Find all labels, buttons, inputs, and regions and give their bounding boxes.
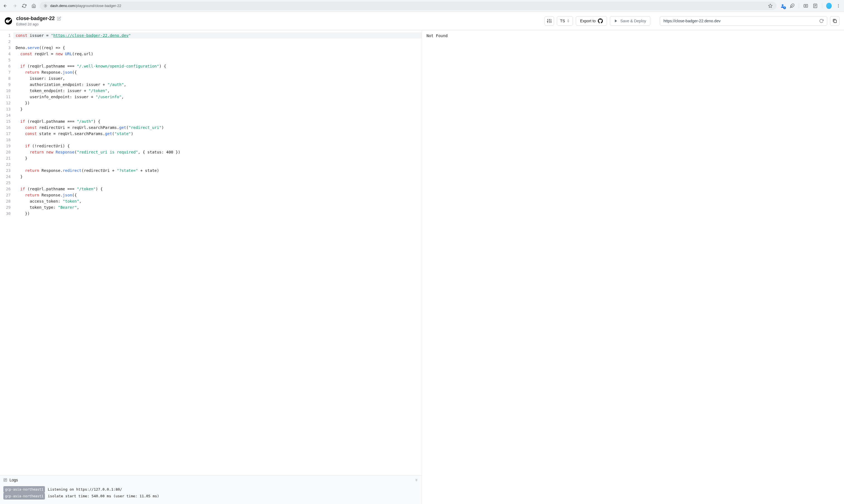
svg-point-12 xyxy=(838,5,839,6)
code-line[interactable]: Deno.serve((req) => { xyxy=(13,44,422,51)
svg-marker-1 xyxy=(768,4,772,7)
code-line[interactable] xyxy=(13,38,422,44)
chevron-updown-icon xyxy=(567,19,570,23)
home-button[interactable] xyxy=(31,3,36,8)
code-line[interactable]: return Response.redirect(redirectUri + "… xyxy=(13,167,422,174)
logs-collapse-icon[interactable] xyxy=(414,478,418,482)
site-info-icon[interactable] xyxy=(43,4,48,8)
browser-chrome: dash.deno.com/playground/close-badger-22… xyxy=(0,0,844,12)
menu-icon[interactable] xyxy=(836,3,841,8)
code-line[interactable]: } xyxy=(13,106,422,112)
profile-icon[interactable]: 6 xyxy=(780,3,785,8)
header-actions: TS Export to Save & Deploy xyxy=(544,16,650,26)
open-external-button[interactable] xyxy=(830,16,840,26)
project-edited: Edited 2d ago xyxy=(16,22,61,26)
code-line[interactable]: token_endpoint: issuer + "/token", xyxy=(13,88,422,94)
settings-button[interactable] xyxy=(544,16,554,26)
forward-button[interactable] xyxy=(12,3,17,8)
project-name: close-badger-22 xyxy=(16,16,55,21)
avatar-icon[interactable] xyxy=(826,3,832,8)
app-header: close-badger-22 Edited 2d ago TS Export … xyxy=(0,12,844,30)
preview-url-field[interactable] xyxy=(663,19,819,23)
log-message: isolate start time: 540.00 ms (user time… xyxy=(48,493,159,499)
log-region: gcp-asia-northeast1 xyxy=(3,486,45,493)
preview-content: Not Found xyxy=(427,34,448,38)
svg-point-11 xyxy=(838,4,839,5)
logs-icon xyxy=(3,478,7,482)
log-region: gcp-asia-northeast1 xyxy=(3,493,45,500)
code-line[interactable]: const redirectUri = reqUrl.searchParams.… xyxy=(13,124,422,131)
code-line[interactable] xyxy=(13,137,422,143)
export-label: Export to xyxy=(580,19,596,23)
code-line[interactable]: token_type: "Bearer", xyxy=(13,204,422,211)
code-line[interactable]: return Response.json({ xyxy=(13,192,422,198)
divider xyxy=(799,3,799,8)
svg-rect-5 xyxy=(804,4,808,7)
svg-rect-27 xyxy=(834,20,837,22)
logs-title: Logs xyxy=(10,478,18,482)
project-info: close-badger-22 Edited 2d ago xyxy=(16,16,61,26)
code-line[interactable]: return new Response("redirect_uri is req… xyxy=(13,149,422,155)
back-button[interactable] xyxy=(3,3,8,8)
preview-reload-icon[interactable] xyxy=(819,19,824,23)
logs-body: gcp-asia-northeast1Listening on https://… xyxy=(0,484,422,504)
code-lines[interactable]: const issuer = "https://close-badger-22.… xyxy=(13,30,422,475)
logs-panel: Logs gcp-asia-northeast1Listening on htt… xyxy=(0,475,422,504)
play-icon xyxy=(614,19,618,23)
bookmark-icon[interactable] xyxy=(768,4,773,8)
logs-header[interactable]: Logs xyxy=(0,475,422,484)
preview-bar xyxy=(660,16,840,26)
svg-point-16 xyxy=(8,20,8,21)
code-line[interactable]: }) xyxy=(13,211,422,217)
code-line[interactable]: if (reqUrl.pathname === "/auth") { xyxy=(13,118,422,124)
language-select[interactable]: TS xyxy=(557,16,573,26)
main-area: 1234567891011121314151617181920212223242… xyxy=(0,30,844,504)
line-gutter: 1234567891011121314151617181920212223242… xyxy=(0,30,13,475)
svg-point-0 xyxy=(45,5,46,6)
profile-badge: 6 xyxy=(783,6,786,9)
code-editor[interactable]: 1234567891011121314151617181920212223242… xyxy=(0,30,422,475)
code-line[interactable]: if (reqUrl.pathname === "/.well-known/op… xyxy=(13,63,422,69)
divider xyxy=(822,3,822,8)
reading-list-icon[interactable] xyxy=(812,3,818,8)
lens-icon[interactable] xyxy=(803,3,809,8)
code-line[interactable]: authorization_endpoint: issuer + "/auth"… xyxy=(13,82,422,88)
code-line[interactable]: access_token: "token", xyxy=(13,198,422,204)
code-line[interactable] xyxy=(13,180,422,186)
deno-logo[interactable] xyxy=(4,17,12,25)
edit-icon[interactable] xyxy=(57,16,61,21)
code-line[interactable]: if (reqUrl.pathname === "/token") { xyxy=(13,186,422,192)
code-line[interactable]: const state = reqUrl.searchParams.get("s… xyxy=(13,131,422,137)
url-text: dash.deno.com/playground/close-badger-22 xyxy=(50,4,765,8)
code-line[interactable]: const reqUrl = new URL(req.url) xyxy=(13,51,422,57)
code-line[interactable]: const issuer = "https://close-badger-22.… xyxy=(13,32,422,38)
log-line: gcp-asia-northeast1isolate start time: 5… xyxy=(3,493,418,500)
preview-pane: Not Found xyxy=(422,30,844,504)
code-line[interactable] xyxy=(13,112,422,118)
svg-point-3 xyxy=(782,4,784,6)
browser-nav xyxy=(3,3,36,8)
preview-url-input[interactable] xyxy=(660,16,827,26)
svg-marker-26 xyxy=(615,19,617,22)
chrome-icons: 6 xyxy=(780,3,841,8)
reload-button[interactable] xyxy=(22,3,27,8)
code-line[interactable] xyxy=(13,57,422,63)
code-line[interactable] xyxy=(13,161,422,167)
svg-point-13 xyxy=(838,7,839,7)
code-line[interactable]: }) xyxy=(13,100,422,106)
code-line[interactable]: return Response.json({ xyxy=(13,69,422,75)
extensions-icon[interactable] xyxy=(789,3,795,8)
code-line[interactable]: } xyxy=(13,174,422,180)
url-bar[interactable]: dash.deno.com/playground/close-badger-22 xyxy=(40,2,776,10)
deploy-button[interactable]: Save & Deploy xyxy=(610,16,650,26)
github-icon xyxy=(598,18,603,23)
language-label: TS xyxy=(560,19,565,23)
log-line: gcp-asia-northeast1Listening on https://… xyxy=(3,486,418,493)
code-line[interactable]: userinfo_endpoint: issuer + "/userinfo", xyxy=(13,94,422,100)
editor-pane: 1234567891011121314151617181920212223242… xyxy=(0,30,422,504)
code-line[interactable]: issuer: issuer, xyxy=(13,75,422,82)
svg-point-6 xyxy=(805,5,807,6)
export-button[interactable]: Export to xyxy=(576,16,607,26)
code-line[interactable]: if (!redirectUri) { xyxy=(13,143,422,149)
code-line[interactable]: } xyxy=(13,155,422,161)
